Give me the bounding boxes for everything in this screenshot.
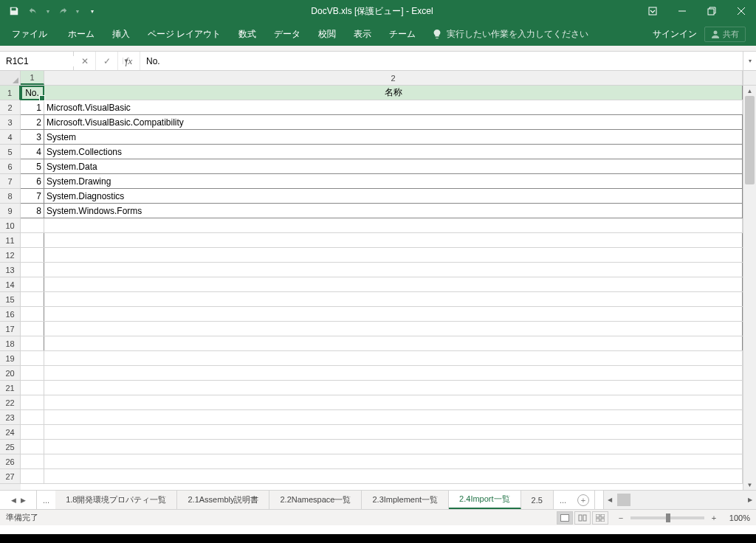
scroll-down-icon[interactable]: ▼ bbox=[743, 480, 756, 490]
cells[interactable]: No. 名称 1Microsoft.VisualBasic2Microsoft.… bbox=[21, 86, 743, 490]
hscroll-right-icon[interactable]: ▶ bbox=[744, 497, 756, 503]
empty-cell[interactable] bbox=[21, 233, 44, 247]
cell-no[interactable]: 6 bbox=[21, 174, 44, 188]
horizontal-scrollbar[interactable]: ◀ ▶ bbox=[603, 491, 756, 509]
row-header[interactable]: 6 bbox=[0, 159, 21, 174]
empty-cell[interactable] bbox=[44, 469, 743, 483]
cancel-icon[interactable]: ✕ bbox=[74, 52, 96, 70]
empty-cell[interactable] bbox=[21, 263, 44, 277]
tab-home[interactable]: ホーム bbox=[59, 22, 103, 46]
empty-cell[interactable] bbox=[44, 395, 743, 409]
save-icon[interactable] bbox=[6, 3, 22, 19]
cell-no[interactable]: 7 bbox=[21, 189, 44, 203]
empty-cell[interactable] bbox=[21, 292, 44, 306]
cell-name[interactable]: System.Collections bbox=[44, 145, 743, 159]
select-all-corner[interactable] bbox=[0, 71, 21, 85]
tab-nav-next-icon[interactable]: ▶ bbox=[21, 497, 26, 504]
scroll-up-icon[interactable]: ▲ bbox=[743, 86, 756, 96]
empty-cell[interactable] bbox=[44, 233, 743, 247]
cell-name[interactable]: System.Windows.Forms bbox=[44, 204, 743, 218]
empty-cell[interactable] bbox=[44, 307, 743, 321]
scroll-thumb[interactable] bbox=[745, 96, 755, 184]
empty-cell[interactable] bbox=[44, 277, 743, 291]
hscroll-left-icon[interactable]: ◀ bbox=[604, 497, 616, 503]
enter-icon[interactable]: ✓ bbox=[96, 52, 118, 70]
col-header-1[interactable]: 1 bbox=[21, 71, 44, 85]
restore-icon[interactable] bbox=[697, 0, 726, 22]
empty-cell[interactable] bbox=[44, 292, 743, 306]
qat-customize-icon[interactable]: ▾ bbox=[84, 3, 100, 19]
row-header[interactable]: 26 bbox=[0, 454, 21, 469]
empty-cell[interactable] bbox=[21, 336, 44, 350]
tab-view[interactable]: 表示 bbox=[345, 22, 380, 46]
row-header[interactable]: 17 bbox=[0, 322, 21, 336]
row-header[interactable]: 27 bbox=[0, 469, 21, 484]
empty-cell[interactable] bbox=[21, 277, 44, 291]
empty-cell[interactable] bbox=[21, 248, 44, 262]
empty-cell[interactable] bbox=[21, 454, 44, 468]
empty-cell[interactable] bbox=[44, 322, 743, 336]
tab-nav[interactable]: ◀▶ bbox=[0, 491, 37, 509]
empty-cell[interactable] bbox=[44, 263, 743, 277]
tab-insert[interactable]: 挿入 bbox=[103, 22, 139, 46]
row-header[interactable]: 13 bbox=[0, 263, 21, 277]
zoom-slider[interactable] bbox=[630, 516, 704, 519]
empty-cell[interactable] bbox=[21, 218, 44, 232]
tab-nav-prev-icon[interactable]: ◀ bbox=[11, 497, 16, 504]
row-header[interactable]: 1 bbox=[0, 86, 21, 100]
cell-name[interactable]: Microsoft.VisualBasic bbox=[44, 100, 743, 114]
row-header[interactable]: 15 bbox=[0, 292, 21, 307]
col-header-2[interactable]: 2 bbox=[44, 71, 743, 85]
tab-formulas[interactable]: 数式 bbox=[230, 22, 265, 46]
zoom-knob[interactable] bbox=[666, 513, 670, 522]
header-cell-name[interactable]: 名称 bbox=[44, 86, 743, 100]
sheet-tab[interactable]: 2.4Import一覧 bbox=[449, 491, 520, 509]
undo-icon[interactable] bbox=[25, 3, 41, 19]
sheet-tab[interactable]: 2.2Namespace一覧 bbox=[269, 491, 362, 509]
empty-cell[interactable] bbox=[44, 454, 743, 468]
page-break-view-icon[interactable] bbox=[592, 511, 608, 525]
sheet-tab[interactable]: 2.3Implement一覧 bbox=[362, 491, 449, 509]
row-header[interactable]: 21 bbox=[0, 381, 21, 395]
minimize-icon[interactable] bbox=[667, 0, 697, 22]
row-header[interactable]: 19 bbox=[0, 351, 21, 366]
row-header[interactable]: 20 bbox=[0, 366, 21, 381]
tab-overflow-left[interactable]: ... bbox=[37, 491, 55, 509]
zoom-in-button[interactable]: + bbox=[709, 513, 719, 522]
empty-cell[interactable] bbox=[21, 410, 44, 424]
tab-team[interactable]: チーム bbox=[380, 22, 425, 46]
zoom-level[interactable]: 100% bbox=[729, 513, 750, 522]
empty-cell[interactable] bbox=[21, 307, 44, 321]
cell-no[interactable]: 8 bbox=[21, 204, 44, 218]
row-header[interactable]: 8 bbox=[0, 189, 21, 204]
formula-expand-icon[interactable]: ▾ bbox=[743, 52, 756, 70]
cell-no[interactable]: 5 bbox=[21, 159, 44, 173]
row-header[interactable]: 16 bbox=[0, 307, 21, 322]
cell-no[interactable]: 4 bbox=[21, 145, 44, 159]
row-header[interactable]: 18 bbox=[0, 336, 21, 351]
empty-cell[interactable] bbox=[21, 469, 44, 483]
close-icon[interactable] bbox=[726, 0, 756, 22]
empty-cell[interactable] bbox=[44, 440, 743, 454]
row-header[interactable]: 23 bbox=[0, 410, 21, 425]
empty-cell[interactable] bbox=[44, 366, 743, 380]
new-sheet-button[interactable]: + bbox=[572, 491, 594, 509]
empty-cell[interactable] bbox=[21, 322, 44, 336]
row-header[interactable]: 5 bbox=[0, 145, 21, 159]
tab-overflow-right[interactable]: ... bbox=[554, 491, 572, 509]
undo-dropdown-icon[interactable]: ▼ bbox=[44, 3, 52, 19]
sheet-tab[interactable]: 1.8開発環境プロパティ一覧 bbox=[55, 491, 177, 509]
empty-cell[interactable] bbox=[44, 425, 743, 439]
empty-cell[interactable] bbox=[44, 410, 743, 424]
empty-cell[interactable] bbox=[21, 425, 44, 439]
cell-name[interactable]: System.Data bbox=[44, 159, 743, 173]
hscroll-thumb[interactable] bbox=[617, 494, 630, 506]
cell-name[interactable]: Microsoft.VisualBasic.Compatibility bbox=[44, 115, 743, 129]
sign-in-link[interactable]: サインイン bbox=[653, 28, 697, 41]
cell-name[interactable]: System bbox=[44, 130, 743, 144]
row-header[interactable]: 2 bbox=[0, 100, 21, 115]
row-header[interactable]: 9 bbox=[0, 204, 21, 218]
empty-cell[interactable] bbox=[44, 351, 743, 365]
cell-no[interactable]: 1 bbox=[21, 100, 44, 114]
empty-cell[interactable] bbox=[21, 440, 44, 454]
